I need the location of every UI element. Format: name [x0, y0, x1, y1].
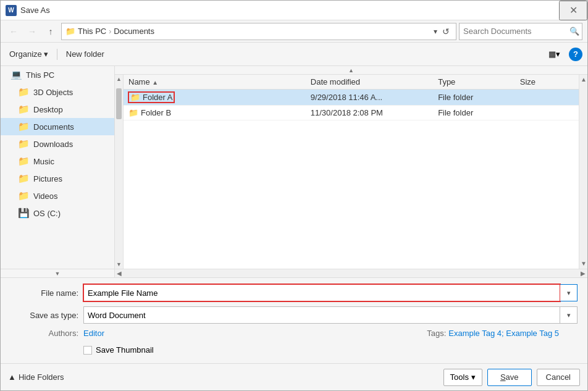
filename-label: File name:: [10, 288, 78, 298]
crumb-this-pc[interactable]: This PC: [78, 27, 106, 36]
file-date-cell: 11/30/2018 2:08 PM: [306, 106, 433, 120]
right-scroll-track: [579, 85, 587, 259]
view-icon: ▦: [548, 49, 556, 59]
savetype-row: Save as type: Word Document ▾: [10, 306, 578, 324]
sidebar: 💻 This PC 📁 3D Objects 📁 Desktop 📁 Docum…: [1, 66, 115, 277]
col-date-header[interactable]: Date modified: [306, 75, 433, 90]
music-icon: 📁: [18, 156, 30, 167]
left-scroll-thumb[interactable]: [116, 88, 122, 119]
save-button[interactable]: Save: [487, 369, 532, 386]
col-name-header[interactable]: Name ▲: [124, 75, 306, 90]
file-size-cell: [515, 106, 579, 120]
table-row[interactable]: 📁 Folder A 9/29/2018 11:46 A... File fol…: [124, 90, 579, 106]
thumbnail-label: Save Thumbnail: [96, 345, 154, 355]
search-input[interactable]: [463, 27, 567, 36]
content-area: ▲ ▲ ▼ Name: [115, 66, 587, 277]
folder-a-icon: 📁: [130, 93, 140, 102]
desktop-icon: 📁: [18, 104, 30, 115]
bottom-scroll-right[interactable]: ▶: [579, 270, 587, 277]
hide-folders-button[interactable]: ▲ Hide Folders: [8, 372, 64, 382]
new-folder-button[interactable]: New folder: [62, 47, 108, 61]
bottom-scrollbar: ◀ ▶: [115, 269, 587, 277]
file-list: Name ▲ Date modified Type: [124, 75, 579, 269]
bottom-bar: ▲ Hide Folders Tools ▾ Save Cancel: [1, 363, 587, 390]
dialog-title: Save As: [20, 6, 559, 15]
savetype-select[interactable]: Word Document: [83, 306, 560, 324]
address-bar[interactable]: 📁 This PC › Documents ▾ ↺: [61, 23, 456, 40]
up-button[interactable]: ↑: [43, 23, 59, 40]
pictures-icon: 📁: [18, 173, 30, 184]
this-pc-icon: 💻: [10, 69, 22, 80]
sidebar-item-music[interactable]: 📁 Music: [1, 153, 114, 170]
right-scroll-up[interactable]: ▲: [579, 75, 587, 85]
form-area: File name: ▾ Save as type: Word Document…: [1, 277, 587, 363]
sidebar-item-os-c[interactable]: 💾 OS (C:): [1, 204, 114, 222]
sidebar-item-this-pc[interactable]: 💻 This PC: [1, 66, 114, 83]
content-scroll-up-area: ▲: [115, 66, 587, 75]
filename-dropdown-button[interactable]: ▾: [560, 284, 578, 301]
tools-arrow: ▾: [471, 372, 476, 382]
table-header-row: Name ▲ Date modified Type: [124, 75, 579, 90]
refresh-button[interactable]: ↺: [440, 25, 452, 38]
help-button[interactable]: ?: [569, 48, 582, 61]
authors-label: Authors:: [10, 329, 78, 338]
search-icon: 🔍: [569, 27, 579, 36]
tags-value[interactable]: Example Tag 4; Example Tag 5: [448, 329, 559, 338]
bottom-scroll-left[interactable]: ◀: [115, 270, 124, 277]
forward-button[interactable]: →: [24, 23, 40, 40]
filename-input-wrap: ▾: [83, 284, 578, 301]
file-date-cell: 9/29/2018 11:46 A...: [306, 90, 433, 106]
cancel-button[interactable]: Cancel: [537, 369, 580, 386]
sidebar-scroll: 💻 This PC 📁 3D Objects 📁 Desktop 📁 Docum…: [1, 66, 114, 269]
left-scroll-up[interactable]: ▲: [115, 75, 123, 83]
folder-icon: 📁: [65, 27, 75, 36]
organize-button[interactable]: Organize ▾: [6, 47, 52, 61]
3d-objects-icon: 📁: [18, 86, 30, 98]
organize-label: Organize: [9, 49, 42, 59]
sort-arrow-name: ▲: [152, 79, 158, 86]
col-size-header[interactable]: Size: [515, 75, 579, 90]
sidebar-scroll-down-area: ▼: [1, 269, 114, 277]
content-scroll-up-button[interactable]: ▲: [348, 66, 354, 74]
file-type-cell: File folder: [433, 106, 515, 120]
authors-value[interactable]: Editor: [83, 329, 104, 338]
search-bar[interactable]: 🔍: [459, 23, 582, 40]
tools-button[interactable]: Tools ▾: [443, 369, 482, 386]
right-scrollbar: ▲ ▼: [579, 75, 587, 269]
sidebar-item-desktop[interactable]: 📁 Desktop: [1, 101, 114, 118]
sidebar-item-downloads[interactable]: 📁 Downloads: [1, 135, 114, 153]
os-c-icon: 💾: [18, 208, 30, 219]
file-name-cell: 📁 Folder B: [124, 106, 306, 120]
thumbnail-checkbox[interactable]: [83, 346, 92, 355]
sidebar-item-documents[interactable]: 📁 Documents: [1, 118, 114, 135]
tools-label: Tools: [450, 372, 469, 382]
filename-input[interactable]: [83, 284, 560, 301]
meta-row: Authors: Editor Tags: Example Tag 4; Exa…: [10, 329, 578, 338]
crumb-documents[interactable]: Documents: [114, 27, 154, 36]
file-size-cell: [515, 90, 579, 106]
address-dropdown-button[interactable]: ▾: [434, 27, 437, 36]
view-controls: ▦ ▾: [545, 47, 564, 61]
view-mode-button[interactable]: ▦ ▾: [545, 47, 564, 61]
downloads-icon: 📁: [18, 138, 30, 149]
toolbar-separator: [57, 49, 57, 60]
sidebar-item-pictures[interactable]: 📁 Pictures: [1, 170, 114, 187]
left-scrollbar: ▲ ▼: [115, 75, 124, 269]
sidebar-item-3d-objects[interactable]: 📁 3D Objects: [1, 83, 114, 101]
save-as-dialog: W Save As ✕ ← → ↑ 📁 This PC › Documents …: [0, 0, 588, 391]
main-area: 💻 This PC 📁 3D Objects 📁 Desktop 📁 Docum…: [1, 66, 587, 277]
nav-bar: ← → ↑ 📁 This PC › Documents ▾ ↺ 🔍: [1, 20, 587, 43]
savetype-dropdown-button[interactable]: ▾: [560, 306, 578, 324]
sidebar-scroll-down-button[interactable]: ▼: [1, 269, 114, 277]
col-type-header[interactable]: Type: [433, 75, 515, 90]
savetype-input-wrap: Word Document ▾: [83, 306, 578, 324]
sidebar-item-videos[interactable]: 📁 Videos: [1, 187, 114, 204]
back-button[interactable]: ←: [6, 23, 22, 40]
left-scroll-down[interactable]: ▼: [115, 260, 123, 269]
close-button[interactable]: ✕: [559, 1, 587, 20]
filename-row: File name: ▾: [10, 284, 578, 301]
right-scroll-down[interactable]: ▼: [579, 259, 587, 269]
hide-folders-arrow: ▲: [8, 372, 16, 382]
thumbnail-row: Save Thumbnail: [10, 343, 578, 357]
table-row[interactable]: 📁 Folder B 11/30/2018 2:08 PM File folde…: [124, 106, 579, 120]
